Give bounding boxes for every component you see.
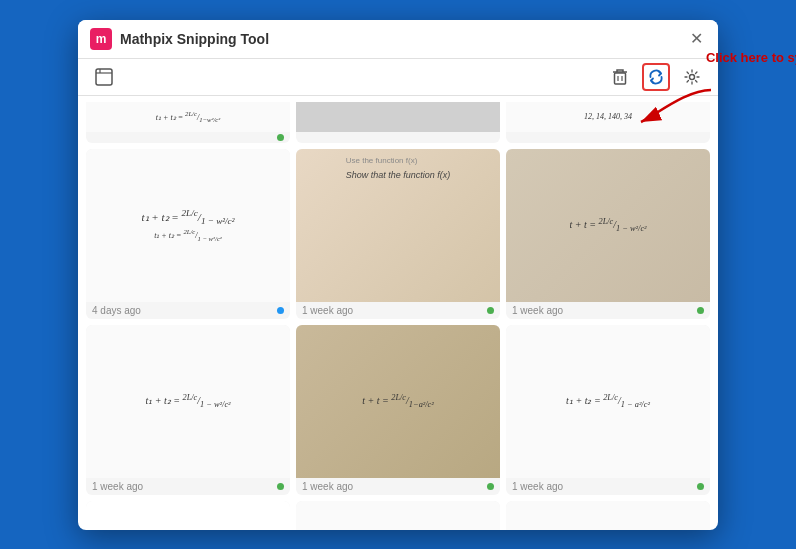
partial-card-2[interactable]: [296, 102, 500, 143]
app-title: Mathpix Snipping Tool: [120, 31, 686, 47]
list-item[interactable]: t₁ + t₂ = 2L/c/1 − w²/c² 1 week ago: [296, 501, 500, 530]
partial-dot-1: [277, 134, 284, 141]
title-bar: m Mathpix Snipping Tool ✕: [78, 20, 718, 59]
list-item[interactable]: t + t = 2L/c/1 − w²/c² 1 week ago: [506, 149, 710, 319]
list-item[interactable]: t + t = 2L/c/1−a²/c² 1 week ago: [296, 325, 500, 495]
snips-grid: t₁ + t₂ = 2L/c/1 − w²/c²t₁ + t₂ = 2L/c/1…: [86, 149, 710, 530]
status-dot: [277, 307, 284, 314]
snip-image: t + t = 2L/c/1−a²/c²: [296, 325, 500, 478]
snip-footer: 1 week ago: [86, 478, 290, 495]
list-item[interactable]: t₁ + t₂ = 2L/c/1 − w²/c² 1 week ago: [86, 325, 290, 495]
snip-footer: 1 week ago: [296, 302, 500, 319]
snip-footer: 1 week ago: [506, 302, 710, 319]
status-dot: [697, 307, 704, 314]
snip-time: 1 week ago: [512, 305, 563, 316]
status-dot: [487, 307, 494, 314]
partial-image-3: 12, 14, 140, 34: [506, 102, 710, 132]
snip-image: t + t = 2L/c/1 − w²/c²: [506, 149, 710, 302]
list-item[interactable]: y = 1/3 x² y = 1/3x² 1 week ago: [86, 501, 290, 530]
snip-time: 1 week ago: [302, 305, 353, 316]
svg-rect-0: [96, 69, 112, 85]
list-item[interactable]: χ₁ + χ₂ + … χₙ = aₙ₋₁/aₙ 1 week ago: [506, 501, 710, 530]
close-button[interactable]: ✕: [686, 29, 706, 49]
snip-image: t₁ + t₂ = 2L/c/1 − w²/c²: [296, 501, 500, 530]
svg-rect-3: [615, 73, 626, 84]
partial-card-3[interactable]: 12, 14, 140, 34: [506, 102, 710, 143]
app-window: m Mathpix Snipping Tool ✕: [78, 20, 718, 530]
snip-icon[interactable]: [90, 63, 118, 91]
svg-point-6: [690, 74, 695, 79]
snip-image: y = 1/3 x² y = 1/3x²: [86, 501, 290, 530]
sync-annotation: Click here to sync your Snips: [706, 50, 796, 67]
snip-time: 1 week ago: [92, 481, 143, 492]
snip-image: Use the function f(x) Show that the func…: [296, 149, 500, 302]
app-logo: m: [90, 28, 112, 50]
settings-icon[interactable]: [678, 63, 706, 91]
partial-footer-1: [86, 132, 290, 143]
snip-footer: 4 days ago: [86, 302, 290, 319]
snips-content: t₁ + t₂ = 2L/c/1−w²/c² 12, 14, 140,: [78, 96, 718, 530]
snip-time: 4 days ago: [92, 305, 141, 316]
partial-image-2: [296, 102, 500, 132]
list-item[interactable]: Use the function f(x) Show that the func…: [296, 149, 500, 319]
partial-footer-2: [296, 132, 500, 136]
annotation-text: Click here to sync your Snips: [706, 50, 796, 67]
logo-letter: m: [96, 32, 107, 46]
snip-footer: 1 week ago: [296, 478, 500, 495]
list-item[interactable]: t₁ + t₂ = 2L/c/1 − a²/c² 1 week ago: [506, 325, 710, 495]
partial-top-row: t₁ + t₂ = 2L/c/1−w²/c² 12, 14, 140,: [86, 102, 710, 143]
snip-image: t₁ + t₂ = 2L/c/1 − a²/c²: [506, 325, 710, 478]
delete-icon[interactable]: [606, 63, 634, 91]
partial-footer-3: [506, 132, 710, 136]
snip-time: 1 week ago: [512, 481, 563, 492]
list-item[interactable]: t₁ + t₂ = 2L/c/1 − w²/c²t₁ + t₂ = 2L/c/1…: [86, 149, 290, 319]
status-dot: [697, 483, 704, 490]
status-dot: [487, 483, 494, 490]
snip-time: 1 week ago: [302, 481, 353, 492]
partial-image-1: t₁ + t₂ = 2L/c/1−w²/c²: [86, 102, 290, 132]
toolbar: [78, 59, 718, 96]
snip-image: χ₁ + χ₂ + … χₙ = aₙ₋₁/aₙ: [506, 501, 710, 530]
status-dot: [277, 483, 284, 490]
snip-image: t₁ + t₂ = 2L/c/1 − w²/c²t₁ + t₂ = 2L/c/1…: [86, 149, 290, 302]
snip-footer: 1 week ago: [506, 478, 710, 495]
partial-card-1[interactable]: t₁ + t₂ = 2L/c/1−w²/c²: [86, 102, 290, 143]
snip-image: t₁ + t₂ = 2L/c/1 − w²/c²: [86, 325, 290, 478]
sync-icon[interactable]: [642, 63, 670, 91]
